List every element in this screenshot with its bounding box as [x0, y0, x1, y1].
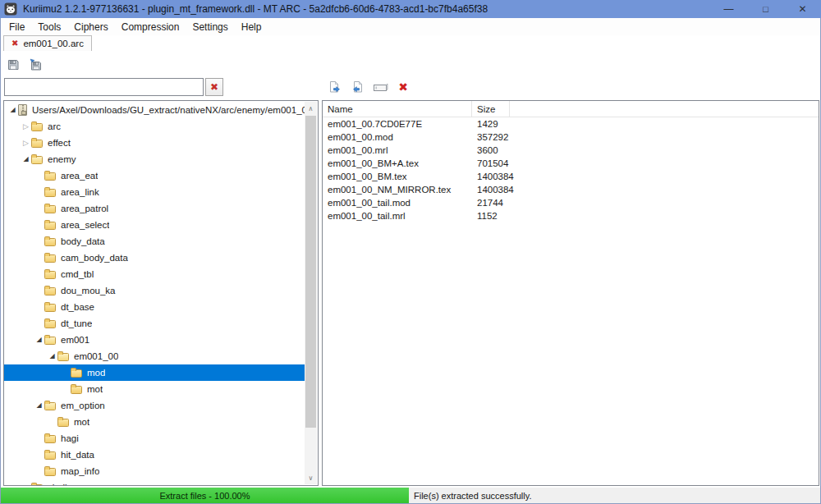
tree-item-area-select[interactable]: area_select [4, 217, 305, 233]
tree-item-body-data[interactable]: body_data [4, 233, 305, 250]
search-input[interactable] [4, 78, 204, 96]
collapse-icon[interactable]: ◢ [34, 402, 44, 409]
scroll-thumb[interactable] [305, 116, 316, 428]
tree-item-hagi[interactable]: hagi [4, 430, 305, 447]
tab-close-icon[interactable]: ✖ [11, 39, 18, 48]
tree-item-em001-00[interactable]: ◢em001_00 [4, 348, 305, 364]
collapse-icon[interactable]: ◢ [34, 337, 44, 343]
tree-item-cmd-tbl[interactable]: cmd_tbl [4, 266, 305, 282]
tab-bar: ✖ em001_00.arc [1, 35, 820, 51]
file-name: em001_00.mod [323, 132, 472, 142]
tree-item-label: cam_body_data [61, 253, 128, 263]
menu-item-settings[interactable]: Settings [186, 20, 234, 34]
file-actions-toolbar: ✖ [326, 80, 411, 94]
tree-item-map-info[interactable]: map_info [4, 463, 305, 479]
folder-icon [44, 254, 56, 263]
replace-file-button[interactable] [349, 80, 365, 94]
folder-icon [44, 287, 56, 296]
column-header-size[interactable]: Size [472, 101, 510, 117]
delete-file-icon: ✖ [398, 81, 408, 93]
tree-item-label: dt_tune [61, 318, 92, 328]
delete-file-button[interactable]: ✖ [395, 80, 411, 94]
tree-item-label: em_option [61, 401, 105, 410]
file-name: em001_00_NM_MIRROR.tex [323, 185, 472, 195]
file-row-em001-00-tail-mrl[interactable]: em001_00_tail.mrl1152 [323, 209, 819, 222]
file-name: em001_00_BM+A.tex [323, 158, 472, 168]
tree-item-dt-tune[interactable]: dt_tune [4, 315, 305, 332]
file-size: 357292 [472, 132, 508, 142]
tree-item-mot[interactable]: mot [4, 381, 305, 397]
tree-item-area-link[interactable]: area_link [4, 184, 305, 200]
extract-file-button[interactable] [326, 80, 342, 94]
tree-item-shell[interactable]: ▷shell [4, 479, 305, 485]
close-button[interactable]: ✕ [784, 0, 821, 18]
folder-open-icon [44, 337, 56, 345]
extract-file-icon [328, 80, 342, 94]
folder-open-icon [31, 156, 43, 164]
file-list-header: NameSize [323, 101, 819, 117]
rename-file-button[interactable] [372, 80, 388, 94]
tree-item-label: area_patrol [61, 204, 108, 213]
tree-item-mot[interactable]: mot [4, 414, 305, 430]
menu-item-file[interactable]: File [2, 20, 31, 34]
tree-item-mod[interactable]: mod [4, 364, 305, 381]
save-button[interactable] [6, 57, 21, 72]
tree-item-label: shell [48, 483, 67, 485]
tree-item-label: em001 [61, 335, 89, 345]
tree-item-label: map_info [61, 466, 99, 476]
tree-item-area-eat[interactable]: area_eat [4, 167, 305, 184]
file-size: 1152 [472, 211, 498, 221]
tab-em001-00-arc[interactable]: ✖ em001_00.arc [3, 35, 92, 51]
folder-icon [44, 205, 56, 213]
expand-icon[interactable]: ▷ [21, 123, 31, 131]
tree-item-dou-mou-ka[interactable]: dou_mou_ka [4, 282, 305, 299]
progress-bar: Extract files - 100.00% [1, 488, 409, 503]
folder-icon [44, 304, 56, 312]
tree-item-area-patrol[interactable]: area_patrol [4, 200, 305, 217]
collapse-icon[interactable]: ◢ [47, 353, 57, 360]
tree-item-enemy[interactable]: ◢enemy [4, 151, 305, 167]
collapse-icon[interactable]: ◢ [7, 107, 18, 113]
column-header-name[interactable]: Name [323, 101, 472, 117]
file-row-em001-00-mrl[interactable]: em001_00.mrl3600 [323, 144, 819, 157]
menu-item-compression[interactable]: Compression [115, 20, 186, 34]
tree-item-label: mot [87, 384, 103, 394]
replace-file-icon [351, 80, 365, 94]
file-row-em001-00-bm-a-tex[interactable]: em001_00_BM+A.tex701504 [323, 157, 819, 170]
tree-view: ◢Users/Axel/Downloads/GU_extract/nativeN… [4, 102, 305, 485]
folder-icon [44, 435, 56, 443]
tree-scrollbar[interactable]: ∧ ∨ [305, 102, 317, 484]
folder-icon [44, 451, 56, 460]
tree-item-effect[interactable]: ▷effect [4, 135, 305, 151]
expand-icon[interactable]: ▷ [21, 484, 31, 486]
tree-item-arc[interactable]: ▷arc [4, 118, 305, 135]
save-as-button[interactable] [28, 57, 43, 72]
scroll-up-icon[interactable]: ∧ [305, 102, 317, 115]
minimize-button[interactable]: — [710, 0, 747, 18]
file-row-em001-00-bm-tex[interactable]: em001_00_BM.tex1400384 [323, 170, 819, 183]
scroll-down-icon[interactable]: ∨ [305, 471, 317, 484]
tree-item-label: cmd_tbl [61, 269, 94, 279]
file-row-em001-00-7cd0e77e[interactable]: em001_00.7CD0E77E1429 [323, 117, 819, 131]
tree-item-hit-data[interactable]: hit_data [4, 447, 305, 463]
file-row-em001-00-tail-mod[interactable]: em001_00_tail.mod21744 [323, 196, 819, 209]
tree-item-cam-body-data[interactable]: cam_body_data [4, 250, 305, 266]
tree-item-users-axel-downloads-gu-extract-nativenx-arc-ene[interactable]: ◢Users/Axel/Downloads/GU_extract/nativeN… [4, 102, 305, 118]
tree-item-em-option[interactable]: ◢em_option [4, 397, 305, 414]
tree-item-em001[interactable]: ◢em001 [4, 332, 305, 348]
file-row-em001-00-mod[interactable]: em001_00.mod357292 [323, 131, 819, 144]
maximize-button[interactable]: □ [747, 0, 784, 18]
menu-item-help[interactable]: Help [235, 20, 268, 34]
expand-icon[interactable]: ▷ [21, 140, 31, 147]
tree-item-dt-base[interactable]: dt_base [4, 299, 305, 315]
file-row-em001-00-nm-mirror-tex[interactable]: em001_00_NM_MIRROR.tex1400384 [323, 183, 819, 196]
menu-item-tools[interactable]: Tools [31, 20, 67, 34]
folder-icon [57, 419, 69, 427]
tree-item-label: area_select [61, 220, 109, 230]
save-icon [7, 58, 20, 71]
clear-search-button[interactable]: ✖ [205, 78, 223, 96]
folder-icon [31, 140, 43, 148]
collapse-icon[interactable]: ◢ [21, 156, 31, 163]
file-name: em001_00_BM.tex [323, 172, 472, 181]
menu-item-ciphers[interactable]: Ciphers [67, 20, 114, 34]
